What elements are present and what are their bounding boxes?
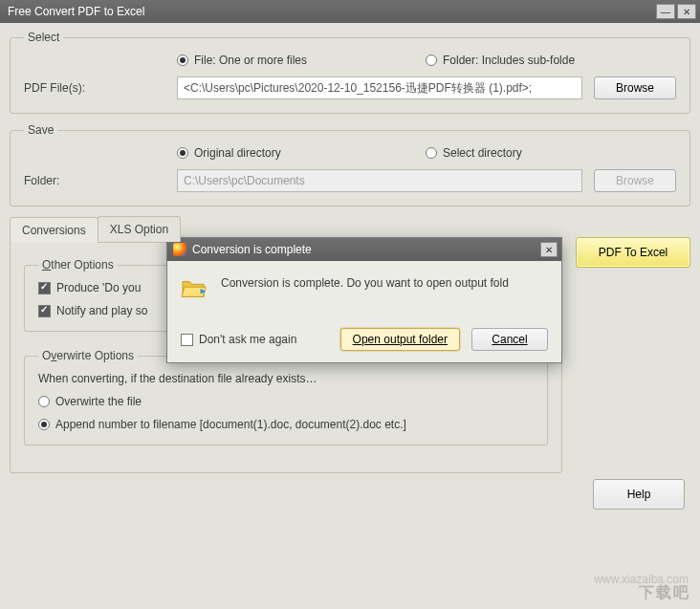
browse-folder-button: Browse [594,169,676,192]
radio-append-label: Append number to filename [document(1).d… [55,418,406,431]
pdf-files-input[interactable] [177,76,582,99]
dialog-title: Conversion is complete [192,243,540,256]
radio-file-label: File: One or more files [194,54,307,67]
overwrite-legend: Overwirte Options [38,349,138,362]
folder-label: Folder: [24,174,177,187]
radio-select-label: Select directory [443,146,522,160]
close-button[interactable]: ✕ [677,4,696,19]
help-button[interactable]: Help [593,479,685,510]
open-output-folder-button[interactable]: Open output folder [340,328,460,351]
select-group: Select File: One or more files Folder: I… [10,31,690,114]
radio-file[interactable]: File: One or more files [177,54,426,67]
pdf-files-label: PDF File(s): [24,81,177,95]
check-notify[interactable]: Notify and play so [38,304,147,317]
app-icon [173,243,186,256]
radio-folder[interactable]: Folder: Includes sub-folde [426,54,575,67]
watermark-text: 下载吧 [639,583,690,603]
browse-pdf-button[interactable]: Browse [594,76,676,99]
other-options-legend: OOther Optionsther Options [38,258,118,272]
save-legend: Save [24,123,57,137]
radio-orig-dir[interactable]: Original directory [177,146,426,160]
check-dont-ask[interactable]: Don't ask me again [181,333,296,346]
cancel-button[interactable]: Cancel [471,328,548,351]
radio-folder-label: Folder: Includes sub-folde [443,54,575,67]
minimize-button[interactable]: — [656,4,675,19]
folder-open-icon [181,276,209,301]
folder-input [177,169,582,192]
overwrite-desc: When converting, if the destination file… [38,372,317,385]
tab-bar: Conversions XLS Option [10,216,562,242]
tab-xls-options[interactable]: XLS Option [98,216,181,242]
check-dont-ask-label: Don't ask me again [199,333,296,346]
dialog-message: Conversion is complete. Do you want to o… [221,276,509,301]
title-bar: Free Convert PDF to Excel — ✕ [0,0,700,23]
radio-overwrite-label: Overwirte the file [55,395,142,408]
check-notify-label: Notify and play so [56,304,147,317]
overwrite-options-group: Overwirte Options When converting, if th… [24,349,548,446]
radio-select-dir[interactable]: Select directory [426,146,522,160]
conversion-complete-dialog: Conversion is complete ✕ Conversion is c… [166,237,562,363]
window-title: Free Convert PDF to Excel [8,5,654,18]
radio-append-number[interactable]: Append number to filename [document(1).d… [38,418,406,431]
dialog-close-button[interactable]: ✕ [540,242,558,257]
check-produce[interactable]: Produce 'Do you [38,281,141,294]
radio-overwrite-file[interactable]: Overwirte the file [38,395,142,408]
tab-conversions[interactable]: Conversions [10,217,98,243]
radio-orig-label: Original directory [194,146,281,160]
check-produce-label: Produce 'Do you [56,281,141,294]
pdf-to-excel-button[interactable]: PDF To Excel [576,237,690,268]
save-group: Save Original directory Select directory… [10,123,690,207]
select-legend: Select [24,31,63,44]
